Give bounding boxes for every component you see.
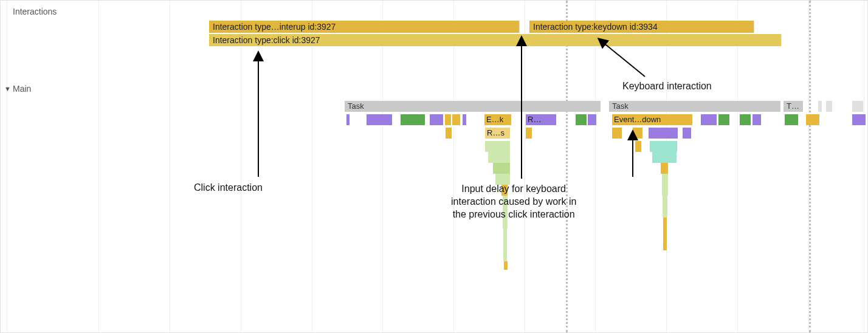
flame-block[interactable]	[526, 128, 532, 139]
flame-block[interactable]	[588, 114, 596, 125]
disclosure-triangle-icon[interactable]: ▼	[4, 85, 11, 92]
flame-block[interactable]	[852, 114, 866, 125]
flame-block[interactable]	[663, 196, 667, 207]
grid-line	[241, 1, 241, 332]
flame-block[interactable]: R…	[526, 114, 556, 125]
flame-block[interactable]	[718, 114, 729, 125]
flame-block[interactable]	[633, 128, 642, 139]
grid-line	[170, 1, 170, 332]
flame-block[interactable]	[683, 128, 691, 139]
flame-block[interactable]	[785, 114, 798, 125]
track-label-interactions: Interactions	[13, 7, 57, 16]
flame-block[interactable]	[367, 114, 392, 125]
interaction-bar-keydown[interactable]: Interaction type:keydown id:3934	[529, 21, 754, 33]
flame-block[interactable]	[701, 114, 717, 125]
task-bar[interactable]: Task	[345, 101, 601, 112]
flame-block[interactable]	[652, 152, 677, 163]
flame-block-event[interactable]: Event…down	[612, 114, 692, 125]
task-sliver[interactable]	[818, 101, 822, 112]
flame-block[interactable]	[452, 114, 460, 125]
flame-block[interactable]	[346, 114, 350, 125]
annotation-keyboard-interaction: Keyboard interaction	[622, 80, 712, 93]
flame-block[interactable]	[649, 128, 678, 139]
grid-line	[312, 1, 312, 332]
flame-block[interactable]	[503, 250, 507, 261]
flame-block[interactable]	[806, 114, 819, 125]
flame-block[interactable]	[463, 114, 466, 125]
frame-boundary-marker	[566, 1, 568, 332]
flame-block[interactable]	[493, 163, 510, 174]
flame-block[interactable]	[663, 218, 667, 228]
flame-block[interactable]	[504, 261, 508, 270]
annotation-input-delay: Input delay for keyboard interaction cau…	[451, 183, 576, 221]
flame-block[interactable]	[740, 114, 751, 125]
flame-block-event[interactable]: E…k	[484, 114, 511, 125]
track-label-main: Main	[13, 84, 31, 94]
flame-block[interactable]	[663, 228, 667, 239]
task-sliver[interactable]	[826, 101, 832, 112]
interaction-bar-pointerup[interactable]: Interaction type…interup id:3927	[209, 21, 520, 33]
flame-block[interactable]	[753, 114, 761, 125]
annotation-click-interaction: Click interaction	[194, 182, 263, 194]
grid-line	[453, 1, 454, 332]
task-bar[interactable]: Task	[609, 101, 780, 112]
frame-boundary-marker	[809, 1, 811, 332]
flame-block[interactable]	[485, 141, 510, 152]
grid-line	[864, 1, 864, 332]
grid-line	[7, 1, 7, 332]
flame-block[interactable]	[662, 185, 668, 196]
performance-flamechart-panel[interactable]: Interactions Interaction type…interup id…	[0, 0, 868, 333]
flame-block[interactable]	[445, 114, 451, 125]
flame-block[interactable]	[662, 174, 668, 185]
flame-block[interactable]	[401, 114, 425, 125]
interaction-bar-click[interactable]: Interaction type:click id:3927	[209, 34, 782, 46]
grid-line	[98, 1, 99, 332]
flame-block[interactable]	[661, 163, 668, 174]
task-bar[interactable]: T…	[784, 101, 803, 112]
flame-block[interactable]	[430, 114, 443, 125]
flame-block[interactable]	[663, 207, 667, 218]
flame-block[interactable]	[635, 141, 641, 152]
grid-line	[737, 1, 738, 332]
flame-block[interactable]	[503, 228, 507, 239]
flame-block[interactable]	[663, 239, 667, 250]
grid-line	[382, 1, 383, 332]
flame-block[interactable]: R…s	[485, 128, 510, 139]
task-sliver[interactable]	[852, 101, 863, 112]
flame-block[interactable]	[650, 141, 677, 152]
flame-block[interactable]	[488, 152, 510, 163]
flame-block[interactable]	[503, 239, 507, 250]
flame-block[interactable]	[446, 128, 452, 139]
flame-block[interactable]	[576, 114, 587, 125]
grid-line	[525, 1, 525, 332]
grid-line	[595, 1, 596, 332]
flame-block[interactable]	[612, 128, 622, 139]
